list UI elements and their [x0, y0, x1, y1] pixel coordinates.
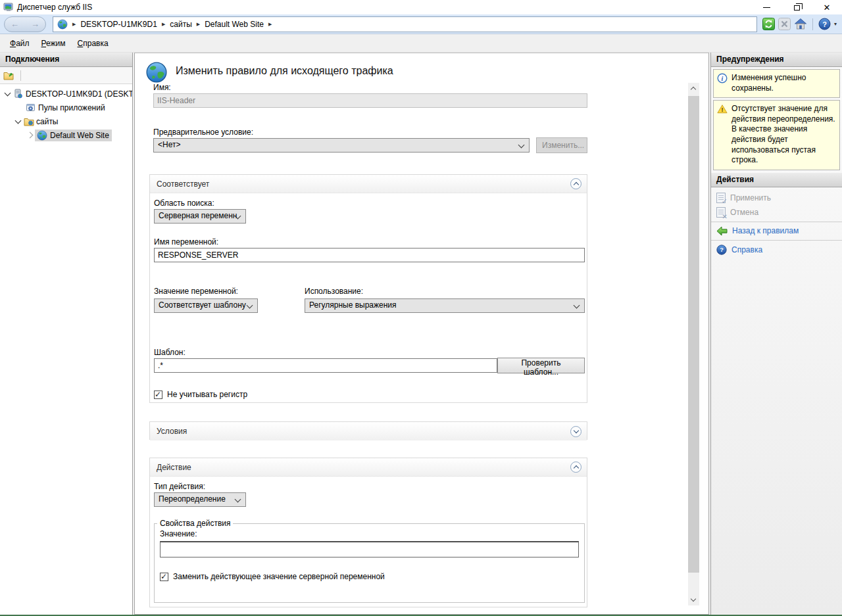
pattern-input[interactable]: [154, 358, 497, 373]
collapse-icon[interactable]: [570, 462, 582, 473]
action-properties-group: Свойства действия Значение: Заменить дей…: [154, 519, 585, 603]
globe-icon: [36, 130, 47, 141]
value-input[interactable]: [160, 541, 579, 557]
minimize-icon: [763, 7, 770, 8]
refresh-button[interactable]: [762, 18, 775, 30]
scrollbar-thumb[interactable]: [688, 96, 699, 573]
edit-precondition-button[interactable]: Изменить...: [536, 137, 587, 153]
menu-help[interactable]: Справка: [72, 36, 114, 51]
using-select[interactable]: Регулярные выражения: [305, 298, 585, 313]
menu-view[interactable]: Режим: [36, 36, 72, 51]
name-label: Имя:: [153, 83, 171, 92]
page-title: Изменить правило для исходящего трафика: [176, 65, 393, 77]
name-input: [153, 93, 587, 108]
warning-alert: ! Отсутствует значение для действия пере…: [713, 100, 840, 170]
breadcrumb-arrow-icon: ▶: [268, 22, 272, 27]
action-help[interactable]: ? Справка: [711, 243, 842, 257]
actions-header: Действия: [711, 173, 842, 187]
using-label: Использование:: [305, 287, 363, 296]
menu-file[interactable]: Файл: [4, 36, 36, 51]
tree-item-default-web-site[interactable]: Default Web Site: [0, 128, 132, 142]
title-bar: Диспетчер служб IIS ✕: [0, 0, 842, 14]
vertical-scrollbar[interactable]: [688, 83, 699, 605]
variable-value-label: Значение переменной:: [154, 287, 238, 296]
apply-icon: [716, 193, 726, 203]
replace-value-checkbox[interactable]: [160, 573, 168, 581]
help-icon: ?: [716, 245, 727, 255]
breadcrumb-arrow-icon: ▶: [162, 22, 165, 27]
expand-icon[interactable]: [570, 426, 582, 437]
restore-button[interactable]: [781, 0, 812, 14]
breadcrumb-sites[interactable]: сайты: [170, 20, 192, 29]
variable-value-select[interactable]: Соответствует шаблону: [154, 298, 258, 313]
forward-nav-icon[interactable]: →: [31, 20, 39, 28]
warnings-header: Предупреждения: [711, 53, 842, 67]
ignore-case-checkbox[interactable]: [154, 391, 162, 399]
feature-page: Изменить правило для исходящего трафика …: [134, 53, 709, 615]
action-apply[interactable]: Применить: [711, 191, 842, 205]
save-connection-icon[interactable]: [3, 70, 15, 81]
test-pattern-button[interactable]: Проверить шаблон...: [497, 358, 585, 373]
value-label: Значение:: [160, 529, 584, 538]
breadcrumb[interactable]: ▶ DESKTOP-U1MK9D1 ▶ сайты ▶ Default Web …: [53, 16, 757, 32]
back-nav-icon[interactable]: ←: [11, 20, 19, 28]
pattern-label: Шаблон:: [154, 348, 186, 357]
window-title: Диспетчер служб IIS: [17, 3, 92, 12]
tree-item-app-pools[interactable]: Пулы приложений: [0, 101, 132, 114]
action-type-label: Тип действия:: [154, 482, 205, 491]
help-button[interactable]: ?: [818, 18, 831, 30]
conditions-section-header[interactable]: Условия: [150, 422, 587, 440]
alert-text: Отсутствует значение для действия переоп…: [731, 104, 836, 166]
action-back-to-rules[interactable]: Назад к правилам: [711, 224, 842, 238]
info-icon: i: [717, 73, 728, 83]
connections-tree: DESKTOP-U1MK9D1 (DESKTOP Пулы приложений: [0, 84, 132, 142]
svg-text:i: i: [722, 75, 724, 82]
tree-item-label: сайты: [34, 116, 61, 127]
connections-toolbar: [0, 67, 132, 84]
toolbar-separator: [812, 18, 813, 30]
connections-panel: Подключения: [0, 53, 133, 615]
chevron-down-icon[interactable]: [13, 116, 23, 126]
scroll-up-icon[interactable]: [688, 83, 699, 94]
precondition-select[interactable]: <Нет>: [153, 138, 530, 153]
breadcrumb-arrow-icon: ▶: [72, 22, 76, 27]
stop-button[interactable]: [778, 18, 791, 30]
collapse-icon[interactable]: [570, 178, 582, 189]
chevron-right-icon[interactable]: [25, 130, 35, 140]
scope-select[interactable]: Серверная переменн: [154, 209, 246, 224]
action-properties-legend: Свойства действия: [157, 519, 233, 528]
chevron-down-icon[interactable]: [3, 89, 12, 99]
match-section: Соответствует Область поиска: Серверная …: [149, 174, 587, 403]
globe-icon: [57, 19, 68, 30]
server-icon: [12, 89, 24, 99]
close-button[interactable]: ✕: [812, 0, 842, 14]
action-cancel[interactable]: Отмена: [711, 205, 842, 220]
warning-icon: !: [717, 104, 728, 114]
match-section-header[interactable]: Соответствует: [150, 175, 587, 193]
alert-text: Изменения успешно сохранены.: [731, 73, 836, 93]
breadcrumb-site[interactable]: Default Web Site: [205, 20, 264, 29]
address-bar: ← → ▶ DESKTOP-U1MK9D1 ▶ сайты ▶ Default …: [0, 14, 842, 34]
tree-item-sites[interactable]: сайты: [0, 114, 132, 128]
minimize-button[interactable]: [751, 0, 781, 14]
svg-text:?: ?: [720, 247, 724, 253]
action-section: Действие Тип действия: Переопределение С…: [149, 458, 587, 607]
action-type-select[interactable]: Переопределение: [154, 492, 246, 507]
sites-folder-icon: [23, 116, 34, 127]
home-button[interactable]: [794, 18, 807, 30]
action-section-header[interactable]: Действие: [150, 458, 587, 477]
tree-item-server[interactable]: DESKTOP-U1MK9D1 (DESKTOP: [0, 87, 132, 101]
scope-label: Область поиска:: [154, 199, 214, 208]
help-caret-icon[interactable]: ▾: [834, 21, 837, 27]
breadcrumb-server[interactable]: DESKTOP-U1MK9D1: [80, 20, 157, 29]
connections-header: Подключения: [0, 53, 132, 67]
info-alert: i Изменения успешно сохранены.: [713, 69, 840, 98]
restore-icon: [794, 5, 800, 11]
scroll-down-icon[interactable]: [688, 594, 699, 605]
nav-buttons: ← →: [4, 16, 46, 32]
variable-name-input[interactable]: [154, 248, 585, 262]
replace-value-label: Заменить действующее значение серверной …: [173, 572, 385, 581]
app-icon: [3, 2, 14, 12]
page-globe-icon: [145, 61, 168, 85]
actions-panel: Предупреждения i Изменения успешно сохра…: [710, 53, 842, 615]
